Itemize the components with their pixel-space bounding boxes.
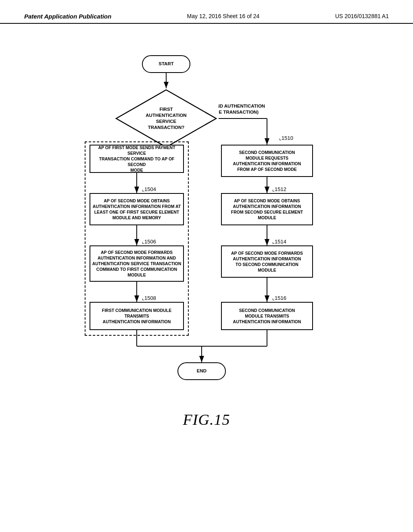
- box-1512: AP OF SECOND MODE OBTAINS AUTHENTICATION…: [221, 193, 313, 225]
- box-1514: AP OF SECOND MODE FORWARDS AUTHENTICATIO…: [221, 245, 313, 278]
- page: Patent Application Publication May 12, 2…: [0, 0, 413, 532]
- box-1510: SECOND COMMUNICATION MODULE REQUESTS AUT…: [221, 145, 313, 177]
- flowchart: YES ⌞1502 NO ⌞1510 1500 ⌞1504 ⌞1506 ⌞150…: [53, 48, 360, 395]
- diamond-text: FIRST AUTHENTICATION SERVICE TRANSACTION…: [138, 106, 194, 131]
- publication-title: Patent Application Publication: [24, 13, 111, 20]
- left-column-border: [85, 141, 189, 336]
- svg-text:⌞1516: ⌞1516: [272, 295, 286, 301]
- end-box: END: [177, 362, 226, 380]
- page-header: Patent Application Publication May 12, 2…: [0, 0, 413, 24]
- fig-caption: FIG.15: [183, 411, 230, 428]
- sheet-info: May 12, 2016 Sheet 16 of 24: [187, 13, 260, 19]
- start-box: START: [142, 55, 190, 73]
- svg-text:⌞1510: ⌞1510: [279, 135, 293, 141]
- diagram-area: YES ⌞1502 NO ⌞1510 1500 ⌞1504 ⌞1506 ⌞150…: [0, 24, 413, 428]
- patent-number: US 2016/0132881 A1: [335, 13, 389, 19]
- diamond-box: FIRST AUTHENTICATION SERVICE TRANSACTION…: [114, 88, 219, 149]
- box-1516: SECOND COMMUNICATION MODULE TRANSMITS AU…: [221, 302, 313, 330]
- svg-text:⌞1514: ⌞1514: [272, 239, 286, 245]
- svg-text:⌞1512: ⌞1512: [272, 186, 286, 192]
